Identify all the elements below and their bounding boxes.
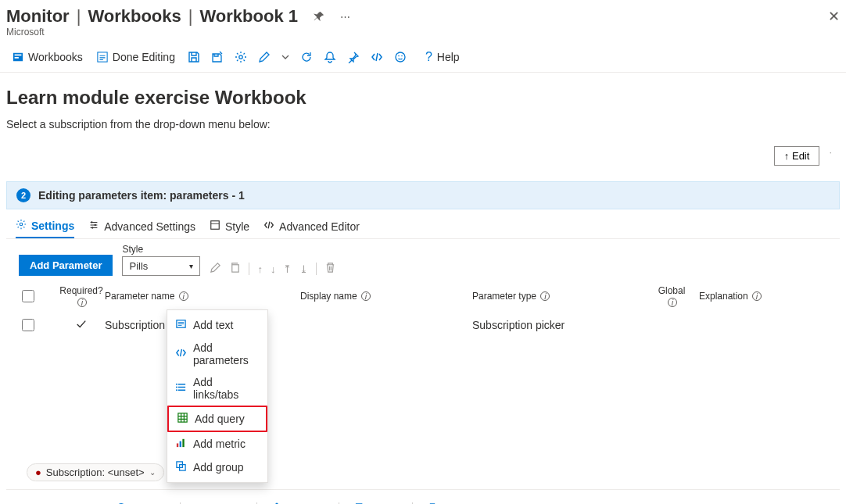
info-icon[interactable]: i <box>540 291 550 301</box>
add-parameter-button[interactable]: Add Parameter <box>19 255 113 276</box>
svg-point-5 <box>396 52 405 62</box>
svg-point-15 <box>176 384 177 385</box>
info-icon[interactable]: i <box>752 291 762 301</box>
code-icon[interactable] <box>366 48 388 66</box>
error-icon: ● <box>35 466 41 478</box>
menu-add-links[interactable]: Add links/tabs <box>167 371 267 406</box>
row-checkbox[interactable] <box>22 319 34 331</box>
svg-rect-13 <box>232 265 238 272</box>
footer-remove[interactable]: Remove <box>421 499 489 504</box>
col-display-name: Display name <box>300 291 357 302</box>
list-icon <box>175 381 187 395</box>
svg-point-11 <box>91 227 93 228</box>
tab-settings[interactable]: Settings <box>16 214 74 238</box>
done-editing-icon <box>97 52 108 63</box>
trash-icon[interactable] <box>324 262 336 276</box>
svg-point-4 <box>239 55 242 59</box>
pin-icon[interactable] <box>309 8 329 25</box>
refresh-icon[interactable] <box>296 48 317 66</box>
divider <box>316 263 317 275</box>
edit-icon[interactable] <box>210 262 221 276</box>
menu-add-parameters[interactable]: Add parameters <box>167 337 267 371</box>
close-icon[interactable]: ✕ <box>828 8 840 25</box>
breadcrumb-workbooks[interactable]: Workbooks <box>88 6 181 27</box>
gear-icon[interactable] <box>230 48 252 66</box>
footer-clone[interactable]: Clone <box>347 499 404 504</box>
style-icon <box>210 220 220 233</box>
footer-cancel[interactable]: Cancel <box>109 499 172 504</box>
info-icon[interactable]: i <box>179 291 188 301</box>
style-select[interactable]: Pills ▾ <box>122 256 200 276</box>
edit-button[interactable]: ↑ Edit <box>774 146 820 166</box>
footer-move[interactable]: Move ⌄ <box>265 499 331 504</box>
more-icon[interactable]: ⋯ <box>335 8 355 26</box>
param-bar: Add Parameter Style Pills ▾ ↑ ↓ ⤒ ⤓ <box>6 239 840 281</box>
plus-icon: ＋ <box>195 501 207 504</box>
toolbar-help-label: Help <box>437 51 460 63</box>
col-required: Required? <box>59 285 102 296</box>
alert-icon[interactable] <box>319 48 341 66</box>
svg-point-10 <box>95 224 96 226</box>
edit-row: ↑ Edit · <box>6 146 840 166</box>
check-icon <box>58 319 105 332</box>
menu-add-query[interactable]: Add query <box>167 406 267 432</box>
more-dots[interactable]: · <box>829 146 832 166</box>
tab-advanced-editor[interactable]: Advanced Editor <box>263 215 360 238</box>
chevron-down-icon: ⌄ <box>149 468 156 477</box>
arrow-up-bar-icon[interactable]: ⤒ <box>283 263 292 275</box>
sub-value: <unset> <box>108 466 145 478</box>
subtitle: Microsoft <box>0 27 846 42</box>
tab-settings-label: Settings <box>31 220 74 232</box>
tab-advanced-settings[interactable]: Advanced Settings <box>88 215 195 238</box>
footer-done-editing[interactable]: Done Editing <box>16 499 106 504</box>
tab-adv-settings-label: Advanced Settings <box>104 220 195 233</box>
breadcrumb-workbook1: Workbook 1 <box>199 6 298 27</box>
svg-rect-3 <box>98 52 107 62</box>
toolbar-help[interactable]: ? Help <box>419 47 466 67</box>
workbook-icon <box>13 52 23 63</box>
menu-add-text[interactable]: Add text <box>167 313 267 337</box>
subscription-pill[interactable]: ● Subscription: <unset> ⌄ <box>27 463 164 481</box>
footer-add[interactable]: ＋ Add ⌄ <box>188 498 249 504</box>
svg-point-16 <box>176 387 177 388</box>
arrow-down-icon[interactable]: ↓ <box>271 263 276 275</box>
context-menu: Add text Add parameters Add links/tabs A… <box>167 309 268 483</box>
row-type: Subscription picker <box>472 319 644 331</box>
select-all-checkbox[interactable] <box>22 290 34 302</box>
icon-row: ↑ ↓ ⤒ ⤓ <box>210 262 336 276</box>
code-icon <box>175 347 187 361</box>
grid-header: Required?i Parameter name i Display name… <box>6 281 840 312</box>
chevron-down-icon[interactable] <box>277 50 294 64</box>
edit-icon[interactable] <box>253 48 275 66</box>
arrow-down-bar-icon[interactable]: ⤓ <box>299 263 308 275</box>
col-parameter-name: Parameter name <box>105 291 174 302</box>
pin-toolbar-icon[interactable] <box>342 48 364 66</box>
editing-banner: 2 Editing parameters item: parameters - … <box>6 181 840 209</box>
menu-add-metric[interactable]: Add metric <box>167 432 267 456</box>
info-icon[interactable]: i <box>77 298 87 307</box>
svg-rect-19 <box>177 443 178 447</box>
breadcrumb: Monitor | Workbooks | Workbook 1 ⋯ ✕ <box>0 0 846 27</box>
info-icon[interactable]: i <box>668 298 677 307</box>
tab-style[interactable]: Style <box>210 215 249 238</box>
save-as-icon[interactable] <box>206 48 228 66</box>
info-icon[interactable]: i <box>361 291 371 301</box>
svg-point-8 <box>20 223 23 226</box>
arrow-up-icon[interactable]: ↑ <box>257 263 263 275</box>
text-icon <box>175 318 187 332</box>
table-row[interactable]: Subscription Subscription picker <box>6 312 840 338</box>
feedback-icon[interactable] <box>389 48 411 66</box>
svg-rect-12 <box>211 221 220 230</box>
toolbar-workbooks[interactable]: Workbooks <box>6 48 89 66</box>
menu-add-group[interactable]: Add group <box>167 456 267 479</box>
toolbar-done-editing[interactable]: Done Editing <box>91 48 181 66</box>
chart-icon <box>175 437 187 451</box>
svg-point-7 <box>401 55 403 57</box>
breadcrumb-monitor[interactable]: Monitor <box>6 6 70 27</box>
col-global: Global <box>658 285 686 296</box>
save-icon[interactable] <box>183 48 205 66</box>
copy-icon[interactable] <box>229 262 241 276</box>
workbook-instruction: Select a subscription from the drop-down… <box>6 118 840 130</box>
svg-rect-21 <box>182 439 184 447</box>
svg-point-6 <box>398 55 400 57</box>
